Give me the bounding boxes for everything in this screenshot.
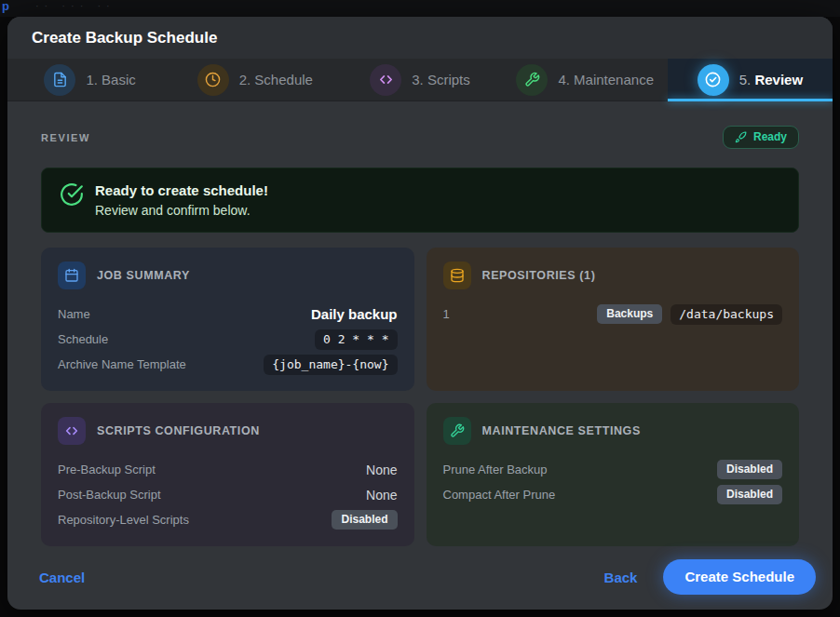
- maintenance-settings-card: MAINTENANCE SETTINGS Prune After Backup …: [427, 403, 800, 546]
- scripts-row-repo-level: Repository-Level Scripts Disabled: [58, 508, 398, 531]
- cancel-button[interactable]: Cancel: [39, 570, 85, 585]
- step-basic[interactable]: 1. Basic: [7, 59, 172, 101]
- code-icon: [370, 64, 401, 96]
- create-schedule-button[interactable]: Create Schedule: [663, 559, 816, 595]
- background-occluded-text: ·· ··· ··: [35, 0, 115, 11]
- banner-title: Ready to create schedule!: [95, 182, 268, 198]
- ready-status-badge: Ready: [723, 126, 799, 149]
- step-scripts[interactable]: 3. Scripts: [337, 59, 502, 101]
- step-label: 5. Review: [739, 72, 803, 87]
- cron-expression-chip: 0 2 * * *: [315, 329, 397, 350]
- summary-row-schedule: Schedule 0 2 * * *: [58, 328, 398, 351]
- repository-path-chip: /data/backups: [671, 304, 782, 325]
- modal-footer: Cancel Back Create Schedule: [7, 546, 833, 610]
- scripts-configuration-card: SCRIPTS CONFIGURATION Pre-Backup Script …: [41, 403, 414, 546]
- scripts-row-pre: Pre-Backup Script None: [58, 458, 398, 481]
- job-summary-card: JOB SUMMARY Name Daily backup Schedule 0…: [41, 248, 414, 391]
- repository-name-badge: Backups: [597, 304, 662, 324]
- summary-row-archive-template: Archive Name Template {job_name}-{now}: [58, 353, 398, 376]
- database-icon: [443, 262, 471, 289]
- summary-row-name: Name Daily backup: [58, 302, 398, 326]
- repository-row: 1 Backups /data/backups: [443, 302, 783, 326]
- wizard-stepper: 1. Basic 2. Schedule 3. Scripts: [7, 59, 833, 101]
- maintenance-row-prune: Prune After Backup Disabled: [443, 458, 783, 481]
- disabled-badge: Disabled: [332, 510, 397, 530]
- step-schedule[interactable]: 2. Schedule: [172, 59, 337, 101]
- repositories-card: REPOSITORIES (1) 1 Backups /data/backups: [427, 248, 800, 391]
- background-partial-text: p: [2, 0, 9, 13]
- clock-icon: [197, 64, 229, 96]
- card-title: REPOSITORIES (1): [482, 269, 596, 282]
- check-circle-icon: [60, 182, 84, 207]
- step-label: 4. Maintenance: [558, 72, 654, 87]
- calendar-icon: [58, 262, 86, 289]
- step-maintenance[interactable]: 4. Maintenance: [503, 59, 668, 101]
- review-panel: REVIEW Ready Ready to create schedule!: [7, 101, 833, 546]
- disabled-badge: Disabled: [717, 460, 782, 479]
- banner-subtitle: Review and confirm below.: [95, 203, 268, 218]
- step-review[interactable]: 5. Review: [668, 59, 833, 101]
- step-label: 3. Scripts: [412, 72, 470, 87]
- check-circle-icon: [698, 64, 729, 96]
- disabled-badge: Disabled: [717, 485, 782, 504]
- back-button[interactable]: Back: [604, 570, 638, 585]
- success-banner: Ready to create schedule! Review and con…: [41, 168, 799, 233]
- job-name-value: Daily backup: [311, 306, 398, 322]
- rocket-icon: [735, 131, 747, 143]
- wrench-icon: [516, 64, 548, 96]
- maintenance-row-compact: Compact After Prune Disabled: [443, 483, 783, 506]
- scripts-row-post: Post-Backup Script None: [58, 483, 398, 506]
- section-label: REVIEW: [41, 132, 90, 143]
- background-page: p ·· ··· ··: [0, 0, 840, 17]
- create-backup-schedule-modal: Create Backup Schedule 1. Basic 2. Sched…: [7, 17, 833, 610]
- wrench-icon: [443, 417, 471, 445]
- card-title: MAINTENANCE SETTINGS: [482, 424, 641, 437]
- modal-header: Create Backup Schedule: [7, 17, 833, 59]
- ready-badge-label: Ready: [753, 130, 787, 143]
- card-title: JOB SUMMARY: [97, 269, 190, 282]
- card-title: SCRIPTS CONFIGURATION: [97, 424, 260, 437]
- file-text-icon: [44, 64, 75, 96]
- archive-template-chip: {job_name}-{now}: [264, 355, 397, 375]
- code-icon: [58, 417, 86, 445]
- step-label: 2. Schedule: [239, 72, 313, 87]
- modal-title: Create Backup Schedule: [32, 29, 808, 47]
- step-label: 1. Basic: [86, 72, 135, 87]
